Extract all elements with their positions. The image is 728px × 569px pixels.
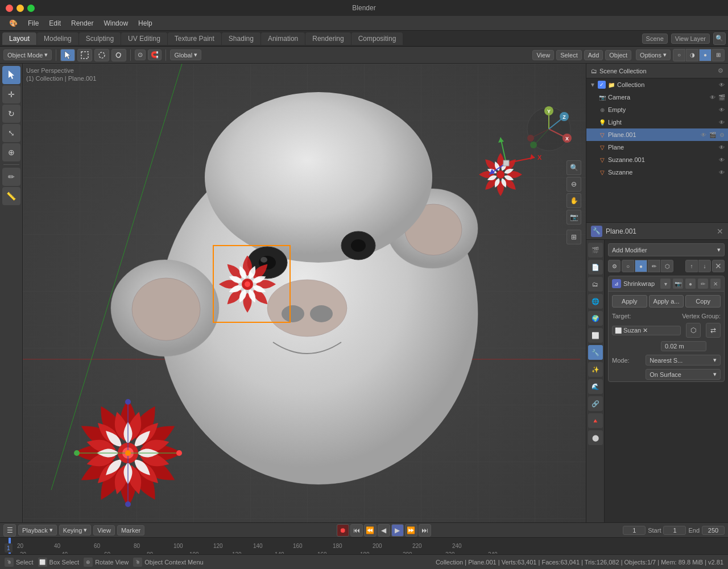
properties-close-btn[interactable]: ✕ [717,227,723,236]
workspace-animation-tab[interactable]: Animation [261,32,305,45]
apply-button[interactable]: Apply [612,295,647,308]
modifier-prop-tab[interactable]: 🔧 [588,345,603,360]
measure-tool[interactable]: 📏 [2,187,20,205]
marker-btn[interactable]: Marker [117,525,144,535]
outliner-item-suzanne[interactable]: ▽ Suzanne 👁 [586,166,728,178]
workspace-rendering-tab[interactable]: Rendering [305,32,350,45]
suz001-visibility-icon[interactable]: 👁 [718,156,726,164]
outliner-item-plane[interactable]: ▽ Plane 👁 [586,141,728,153]
global-dropdown[interactable]: Global ▾ [170,49,201,60]
outliner-item-empty[interactable]: ⊕ Empty 👁 [586,103,728,116]
world-prop-tab[interactable]: 🌍 [588,311,603,326]
view-btn[interactable]: View [532,50,554,60]
mod-edit-mode-btn[interactable]: ✏ [698,279,708,289]
copy-button[interactable]: Copy [685,295,721,308]
edit-menu[interactable]: Edit [44,18,65,28]
timeline-menu-btn[interactable]: ☰ [3,524,16,537]
constraints-prop-tab[interactable]: 🔗 [588,396,603,411]
close-button[interactable] [6,5,13,12]
view-layer-prop-tab[interactable]: 🗂 [588,277,603,292]
particle-prop-tab[interactable]: ✨ [588,362,603,377]
snap-btn[interactable]: 🧲 [148,49,162,60]
workspace-shading-tab[interactable]: Shading [222,32,260,45]
apply-as-button[interactable]: Apply a... [649,295,684,308]
suz-visibility-icon[interactable]: 👁 [718,168,726,176]
camera-view-btn[interactable]: 📷 [566,210,581,225]
cam-visibility-icon[interactable]: 👁 [709,93,717,101]
box-select-tool-btn[interactable] [77,49,92,61]
filter-icon[interactable]: ⚙ [718,67,723,74]
zoom-in-btn[interactable]: 🔍 [566,160,581,175]
lasso-select-tool-btn[interactable] [111,49,126,61]
zoom-out-btn[interactable]: ⊖ [566,177,581,192]
viewport-shading-solid-btn[interactable]: ○ [673,49,685,61]
viewport-background[interactable]: User Perspective (1) Collection | Plane.… [23,64,586,522]
outliner-item-light[interactable]: 💡 Light 👁 [586,116,728,128]
help-menu[interactable]: Help [134,18,157,28]
select-tool-btn[interactable] [60,49,75,61]
add-modifier-dropdown[interactable]: Add Modifier ▾ [608,243,725,256]
p001-visibility-icon[interactable]: 👁 [700,131,708,139]
hand-tool-btn[interactable]: ✋ [566,193,581,208]
window-menu[interactable]: Window [99,18,133,28]
mod-realtime-btn[interactable]: ○ [622,260,634,272]
rotate-tool[interactable]: ↻ [2,105,20,123]
blender-menu[interactable]: 🎨 [5,18,22,28]
mod-edit-btn[interactable]: ✏ [648,260,660,272]
data-prop-tab[interactable]: 🔺 [588,413,603,428]
mode-dropdown-btn[interactable]: Nearest S... ▾ [646,355,721,366]
mod-up-btn[interactable]: ↑ [685,260,698,272]
start-frame-display[interactable]: 1 [663,526,686,535]
p001-render-icon[interactable]: 🎬 [709,131,717,139]
object-btn[interactable]: Object [605,50,631,60]
viewport-shading-wireframe-btn[interactable]: ⊞ [712,49,725,61]
play-btn[interactable]: ▶ [391,524,404,537]
scene-prop-tab[interactable]: 🌐 [588,294,603,309]
mod-down-btn[interactable]: ↓ [698,260,711,272]
playback-btn[interactable]: Playback ▾ [18,525,57,535]
target-clear-btn[interactable]: ✕ [643,327,648,334]
render-menu[interactable]: Render [67,18,98,28]
transform-tool[interactable]: ⊕ [2,143,20,161]
render-prop-tab[interactable]: 🎬 [588,243,603,257]
maximize-button[interactable] [27,5,35,12]
empty-visibility-icon[interactable]: 👁 [718,106,726,114]
physics-prop-tab[interactable]: 🌊 [588,379,603,394]
object-prop-tab[interactable]: ⬜ [588,328,603,343]
distance-input[interactable] [661,341,706,351]
workspace-modeling-tab[interactable]: Modeling [37,32,78,45]
mod-cage-btn[interactable]: ⬡ [661,260,673,272]
vertex-group-input[interactable]: ⬡ [686,323,701,338]
current-frame-display[interactable]: 1 [623,526,646,535]
output-prop-tab[interactable]: 📄 [588,260,603,275]
scale-tool[interactable]: ⤡ [2,124,20,142]
minimize-button[interactable] [16,5,24,12]
proportional-edit-btn[interactable]: ⊙ [135,49,146,60]
timeline-ruler[interactable]: 20 40 60 80 100 120 140 160 180 200 220 … [0,538,728,554]
wrap-method-dropdown[interactable]: On Surface ▾ [646,369,721,380]
options-btn[interactable]: Options ▾ [636,49,671,60]
select-tool[interactable] [2,66,20,84]
select-btn[interactable]: Select [556,50,582,60]
light-visibility-icon[interactable]: 👁 [718,118,726,126]
modifier-filter-btn[interactable]: ⚙ [608,260,621,272]
navigation-gizmo[interactable]: Y X Z [523,103,574,155]
play-reverse-btn[interactable]: ◀ [378,524,390,537]
timeline-view-btn[interactable]: View [93,525,115,535]
record-btn[interactable]: ⏺ [337,524,349,537]
annotate-tool[interactable]: ✏ [2,168,20,186]
p001-extra-icon[interactable]: ⚙ [718,131,726,139]
workspace-texture-tab[interactable]: Texture Paint [168,32,221,45]
viewport-shading-rendered-btn[interactable]: ● [699,49,712,61]
file-menu[interactable]: File [23,18,43,28]
outliner-item-collection[interactable]: ▾ ✓ 📁 Collection 👁 [586,78,728,91]
jump-start-btn[interactable]: ⏮ [350,524,363,537]
end-frame-display[interactable]: 250 [702,526,725,535]
mod-camera-btn[interactable]: 📷 [673,279,683,289]
layer-selector[interactable]: View Layer [671,34,710,44]
move-tool[interactable]: ✛ [2,85,20,103]
mod-expand-btn[interactable]: ▾ [660,279,671,289]
workspace-sculpting-tab[interactable]: Sculpting [79,32,121,45]
expand-icon[interactable]: ▾ [589,81,597,89]
material-prop-tab[interactable]: ⬤ [588,430,603,445]
